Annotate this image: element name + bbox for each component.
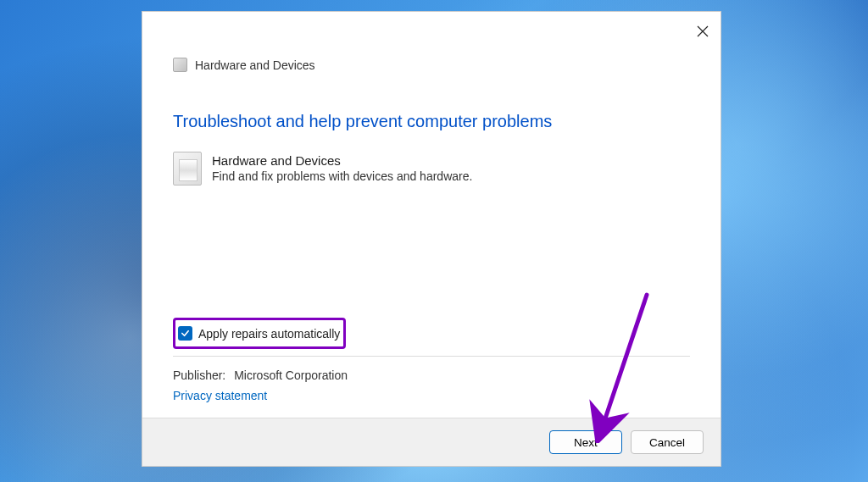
dialog-header: Hardware and Devices <box>142 12 721 72</box>
main-heading: Troubleshoot and help prevent computer p… <box>173 112 690 131</box>
dialog-main-content: Troubleshoot and help prevent computer p… <box>142 72 721 318</box>
dialog-button-bar: Next Cancel <box>142 418 721 466</box>
troubleshooter-text-block: Hardware and Devices Find and fix proble… <box>212 152 472 183</box>
cancel-button[interactable]: Cancel <box>631 430 704 454</box>
troubleshooter-icon <box>173 152 202 186</box>
next-button[interactable]: Next <box>549 430 622 454</box>
troubleshooter-title: Hardware and Devices <box>212 153 472 168</box>
publisher-row: Publisher: Microsoft Corporation <box>173 368 690 382</box>
publisher-value: Microsoft Corporation <box>234 368 348 382</box>
dialog-bottom-section: Apply repairs automatically Publisher: M… <box>142 318 721 418</box>
apply-repairs-checkbox-row[interactable]: Apply repairs automatically <box>173 318 346 349</box>
close-icon <box>697 25 709 37</box>
apply-repairs-checkbox[interactable] <box>178 326 192 341</box>
troubleshooter-item: Hardware and Devices Find and fix proble… <box>173 152 690 186</box>
privacy-statement-link[interactable]: Privacy statement <box>173 389 690 402</box>
checkmark-icon <box>181 329 190 338</box>
hardware-icon <box>173 58 187 72</box>
troubleshooter-dialog: Hardware and Devices Troubleshoot and he… <box>142 11 721 467</box>
apply-repairs-label: Apply repairs automatically <box>198 327 340 341</box>
divider <box>173 356 690 357</box>
troubleshooter-description: Find and fix problems with devices and h… <box>212 169 472 183</box>
close-button[interactable] <box>695 24 710 39</box>
dialog-header-text: Hardware and Devices <box>195 58 315 72</box>
publisher-label: Publisher: <box>173 368 225 382</box>
